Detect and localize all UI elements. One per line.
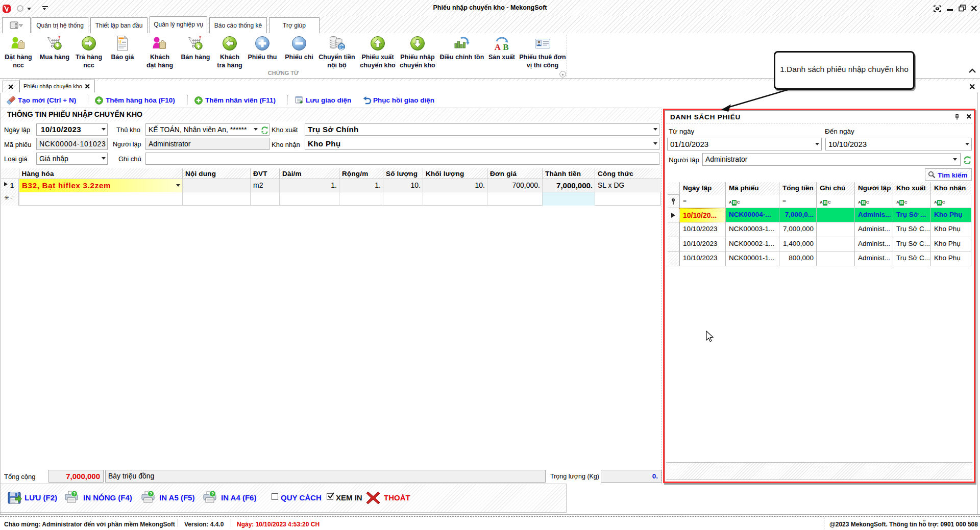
- svg-text:B: B: [503, 42, 508, 52]
- svg-text:$: $: [119, 40, 121, 44]
- svg-text:A: A: [495, 42, 501, 52]
